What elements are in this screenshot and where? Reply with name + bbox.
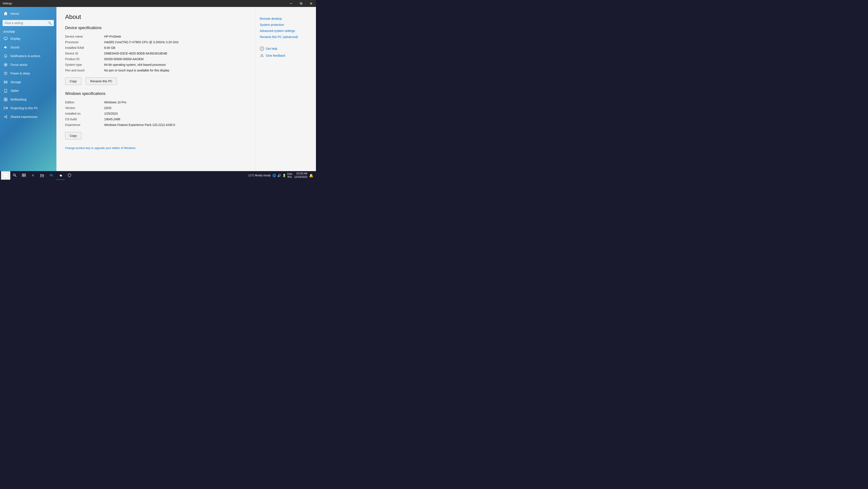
device-id-value: D98E5A05-D3CE-4825-9DEB-9A3924018D4B xyxy=(104,52,167,55)
taskbar-store-button[interactable]: 🛍 xyxy=(47,171,56,180)
windows-specs-title: Windows specifications xyxy=(65,91,247,96)
sidebar-multitasking-label: Multitasking xyxy=(10,98,27,101)
product-id-label: Product ID xyxy=(65,57,104,61)
svg-text:?: ? xyxy=(261,47,263,50)
spec-row-experience: Experience Windows Feature Experience Pa… xyxy=(65,122,217,128)
projecting-icon xyxy=(3,106,8,110)
installed-on-label: Installed on xyxy=(65,112,104,115)
sidebar-item-power[interactable]: Power & sleep xyxy=(0,69,56,78)
titlebar-controls: ─ ⧉ ✕ xyxy=(286,0,316,7)
sidebar-item-display[interactable]: Display xyxy=(0,34,56,43)
get-help-label: Get help xyxy=(266,47,277,50)
svg-point-24 xyxy=(261,54,263,56)
volume-icon[interactable]: 🔊 xyxy=(277,174,281,177)
svg-rect-14 xyxy=(4,100,5,101)
taskbar-explorer-button[interactable] xyxy=(38,171,46,180)
svg-rect-12 xyxy=(4,98,5,99)
notification-button[interactable]: 🔔 xyxy=(309,173,313,178)
minimize-button[interactable]: ─ xyxy=(286,0,296,7)
spec-row-device-id: Device ID D98E5A05-D3CE-4825-9DEB-9A3924… xyxy=(65,51,217,56)
device-name-value: HP-ProDesk xyxy=(104,35,121,38)
spec-row-pen-touch: Pen and touch No pen or touch input is a… xyxy=(65,67,217,73)
taskbar-defender-button[interactable] xyxy=(65,171,74,180)
restore-button[interactable]: ⧉ xyxy=(296,0,306,7)
svg-rect-31 xyxy=(22,174,24,175)
edition-label: Edition xyxy=(65,100,104,104)
device-id-label: Device ID xyxy=(65,52,104,55)
svg-point-19 xyxy=(6,117,7,118)
sidebar-projecting-label: Projecting to this PC xyxy=(10,106,38,110)
sidebar-tablet-label: Tablet xyxy=(10,89,19,92)
start-button[interactable] xyxy=(1,171,10,180)
spec-row-installed-on: Installed on 1/25/2023 xyxy=(65,111,217,116)
version-value: 22H2 xyxy=(104,106,111,110)
windows-spec-buttons: Copy xyxy=(65,132,247,139)
system-section-label: System xyxy=(0,28,56,34)
svg-point-18 xyxy=(6,116,7,116)
system-protection-link[interactable]: System protection xyxy=(260,22,312,28)
os-build-label: OS build xyxy=(65,117,104,121)
svg-rect-0 xyxy=(4,37,7,39)
taskbar-clock[interactable]: 10:29 AM 12/15/2023 xyxy=(294,172,307,179)
give-feedback-label: Give feedback xyxy=(266,54,285,57)
sidebar-item-tablet[interactable]: Tablet xyxy=(0,86,56,95)
sidebar-storage-label: Storage xyxy=(10,80,21,84)
taskbar-weather: 11°C Mostly cloudy xyxy=(248,174,271,177)
search-input[interactable] xyxy=(5,21,48,25)
taskbar-lang: ENGBGL xyxy=(287,173,292,178)
copy-windows-specs-button[interactable]: Copy xyxy=(65,132,82,139)
change-product-key-link[interactable]: Change product key or upgrade your editi… xyxy=(65,146,135,150)
processor-label: Processor xyxy=(65,40,104,44)
spec-row-system-type: System type 64-bit operating system, x64… xyxy=(65,62,217,67)
storage-icon xyxy=(3,80,8,84)
power-icon xyxy=(3,71,8,76)
taskbar-edge-button[interactable]: e xyxy=(29,171,37,180)
right-panel: Remote desktop System protection Advance… xyxy=(255,7,316,180)
main-content: About Device specifications Device name … xyxy=(56,7,255,180)
tablet-icon xyxy=(3,89,8,93)
sidebar-item-projecting[interactable]: Projecting to this PC xyxy=(0,104,56,113)
os-build-value: 19045.2486 xyxy=(104,117,120,121)
installed-on-value: 1/25/2023 xyxy=(104,112,118,115)
get-help-item[interactable]: ? Get help xyxy=(260,45,312,52)
sidebar-item-home[interactable]: Home xyxy=(0,9,56,18)
focus-icon xyxy=(3,62,8,67)
svg-rect-8 xyxy=(4,81,7,82)
taskbar-system-icons: 🌐 🔊 🔋 ENGBGL xyxy=(272,173,292,178)
windows-spec-table: Edition Windows 10 Pro Version 22H2 Inst… xyxy=(65,99,217,128)
sidebar-item-focus[interactable]: Focus assist xyxy=(0,60,56,69)
device-spec-buttons: Copy Rename this PC xyxy=(65,78,247,85)
sidebar-focus-label: Focus assist xyxy=(10,63,27,66)
remote-desktop-link[interactable]: Remote desktop xyxy=(260,16,312,22)
close-button[interactable]: ✕ xyxy=(306,0,316,7)
network-icon[interactable]: 🌐 xyxy=(272,174,276,177)
copy-device-specs-button[interactable]: Copy xyxy=(65,78,82,85)
system-type-value: 64-bit operating system, x64-based proce… xyxy=(104,63,166,66)
svg-rect-28 xyxy=(6,176,7,177)
sidebar-item-multitasking[interactable]: Multitasking xyxy=(0,95,56,104)
give-feedback-item[interactable]: Give feedback xyxy=(260,52,312,59)
sidebar-item-shared[interactable]: Shared experiences xyxy=(0,113,56,121)
svg-rect-32 xyxy=(24,174,26,175)
svg-point-11 xyxy=(5,92,6,92)
sidebar-sound-label: Sound xyxy=(10,46,19,49)
svg-line-20 xyxy=(5,116,6,117)
notifications-icon xyxy=(3,54,8,58)
search-box[interactable]: 🔍 xyxy=(3,20,54,26)
sidebar-item-sound[interactable]: Sound xyxy=(0,43,56,52)
rename-pc-button[interactable]: Rename this PC xyxy=(86,78,117,85)
sidebar-item-storage[interactable]: Storage xyxy=(0,78,56,86)
taskbar-taskview-button[interactable] xyxy=(20,171,28,180)
rename-advanced-link[interactable]: Rename this PC (advanced) xyxy=(260,34,312,40)
svg-rect-33 xyxy=(22,175,24,176)
sidebar-display-label: Display xyxy=(10,37,21,40)
experience-value: Windows Feature Experience Pack 120.2212… xyxy=(104,123,175,126)
taskbar-search-button[interactable] xyxy=(10,171,19,180)
taskbar-settings-button[interactable] xyxy=(56,171,65,180)
pen-touch-label: Pen and touch xyxy=(65,68,104,72)
advanced-system-settings-link[interactable]: Advanced system settings xyxy=(260,28,312,34)
page-title: About xyxy=(65,13,247,21)
sidebar-shared-label: Shared experiences xyxy=(10,115,37,119)
sidebar-item-notifications[interactable]: Notifications & actions xyxy=(0,52,56,60)
display-icon xyxy=(3,36,8,41)
